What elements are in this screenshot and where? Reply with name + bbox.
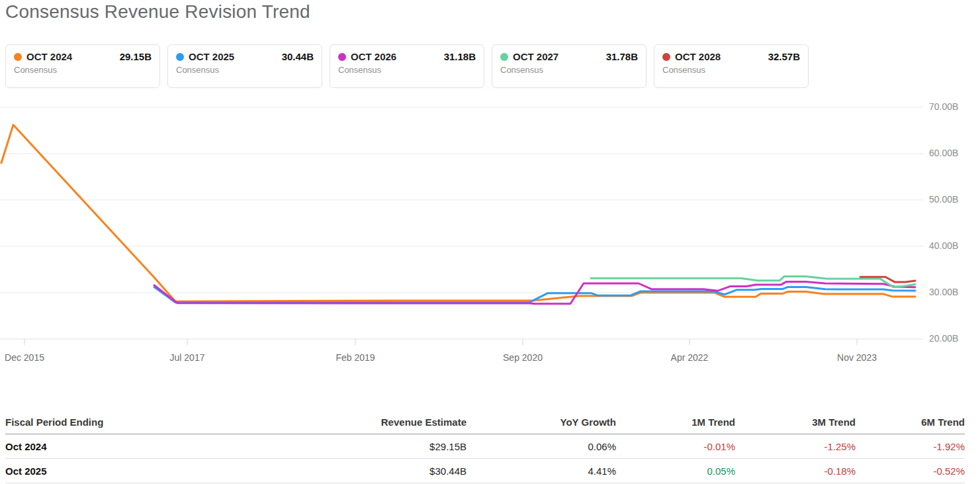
cell-yoy: 4.41% bbox=[467, 465, 616, 477]
x-axis-tick-label: Dec 2015 bbox=[0, 352, 54, 363]
y-axis-tick-label: 50.00B bbox=[929, 194, 975, 205]
legend-value: 31.78B bbox=[606, 51, 638, 62]
legend-card-oct-2026[interactable]: OCT 2026 31.18B Consensus bbox=[330, 44, 484, 88]
table-row: Oct 2025 $30.44B 4.41% 0.05% -0.18% -0.5… bbox=[5, 459, 965, 483]
series-dot-icon bbox=[176, 53, 184, 61]
cell-yoy: 0.06% bbox=[467, 441, 616, 452]
table-header-row: Fiscal Period Ending Revenue Estimate Yo… bbox=[5, 411, 965, 434]
page-title: Consensus Revenue Revision Trend bbox=[5, 1, 310, 23]
col-header-fiscal-period: Fiscal Period Ending bbox=[5, 416, 268, 428]
legend-card-oct-2025[interactable]: OCT 2025 30.44B Consensus bbox=[167, 44, 322, 88]
col-header-yoy-growth: YoY Growth bbox=[467, 416, 616, 428]
cell-3m-trend: -1.25% bbox=[735, 441, 856, 452]
legend-value: 29.15B bbox=[120, 51, 152, 62]
cell-period: Oct 2024 bbox=[5, 441, 268, 452]
legend-subtitle: Consensus bbox=[500, 65, 638, 75]
estimates-table: Fiscal Period Ending Revenue Estimate Yo… bbox=[5, 411, 965, 483]
legend-label: OCT 2024 bbox=[26, 51, 72, 62]
x-axis-tick-label: Nov 2023 bbox=[827, 352, 887, 363]
chart-plot-area[interactable] bbox=[0, 101, 923, 347]
legend-card-oct-2027[interactable]: OCT 2027 31.78B Consensus bbox=[492, 44, 646, 88]
revision-trend-chart[interactable]: 70.00B60.00B50.00B40.00B30.00B20.00BDec … bbox=[0, 101, 980, 379]
legend-value: 32.57B bbox=[768, 51, 800, 62]
x-axis-tick-label: Jul 2017 bbox=[157, 352, 217, 363]
cell-revenue: $29.15B bbox=[268, 441, 467, 452]
cell-6m-trend: -1.92% bbox=[856, 441, 965, 452]
legend-card-oct-2028[interactable]: OCT 2028 32.57B Consensus bbox=[654, 44, 809, 88]
col-header-revenue-estimate: Revenue Estimate bbox=[268, 416, 467, 428]
series-dot-icon bbox=[662, 53, 670, 61]
legend-value: 30.44B bbox=[282, 51, 314, 62]
legend-row: OCT 2024 29.15B Consensus OCT 2025 30.44… bbox=[5, 44, 809, 88]
col-header-3m-trend: 3M Trend bbox=[735, 416, 856, 428]
series-line-oct-2024-consensus bbox=[1, 125, 915, 302]
legend-subtitle: Consensus bbox=[176, 65, 314, 75]
cell-1m-trend: 0.05% bbox=[616, 465, 735, 477]
x-axis-tick-label: Apr 2022 bbox=[660, 352, 719, 363]
y-axis-tick-label: 60.00B bbox=[929, 148, 975, 158]
cell-6m-trend: -0.52% bbox=[856, 465, 965, 477]
legend-subtitle: Consensus bbox=[662, 65, 800, 75]
legend-label: OCT 2028 bbox=[675, 51, 721, 62]
legend-subtitle: Consensus bbox=[14, 65, 152, 75]
legend-subtitle: Consensus bbox=[338, 65, 476, 75]
series-dot-icon bbox=[500, 53, 508, 61]
y-axis-tick-label: 20.00B bbox=[929, 333, 975, 344]
legend-label: OCT 2027 bbox=[513, 51, 558, 62]
series-dot-icon bbox=[14, 53, 22, 61]
legend-label: OCT 2025 bbox=[189, 51, 234, 62]
y-axis-tick-label: 30.00B bbox=[929, 287, 975, 297]
cell-1m-trend: -0.01% bbox=[616, 441, 735, 452]
legend-label: OCT 2026 bbox=[351, 51, 396, 62]
table-row: Oct 2024 $29.15B 0.06% -0.01% -1.25% -1.… bbox=[5, 434, 965, 459]
y-axis-tick-label: 70.00B bbox=[929, 101, 975, 112]
cell-period: Oct 2025 bbox=[5, 465, 268, 477]
x-axis-tick-label: Feb 2019 bbox=[326, 352, 385, 363]
x-axis-tick-label: Sep 2020 bbox=[493, 352, 553, 363]
y-axis-tick-label: 40.00B bbox=[929, 240, 975, 251]
col-header-6m-trend: 6M Trend bbox=[856, 416, 965, 428]
legend-value: 31.18B bbox=[444, 51, 476, 62]
col-header-1m-trend: 1M Trend bbox=[616, 416, 735, 428]
cell-3m-trend: -0.18% bbox=[735, 465, 856, 477]
series-dot-icon bbox=[338, 53, 346, 61]
legend-card-oct-2024[interactable]: OCT 2024 29.15B Consensus bbox=[5, 44, 160, 88]
cell-revenue: $30.44B bbox=[268, 465, 467, 477]
